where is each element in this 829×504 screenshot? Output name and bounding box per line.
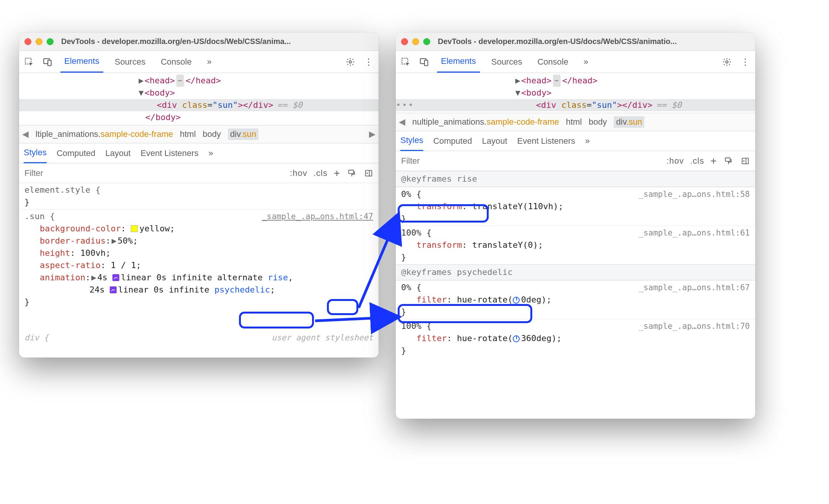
subtab-computed[interactable]: Computed — [433, 136, 472, 146]
tab-sources[interactable]: Sources — [111, 52, 150, 72]
keyframe-100[interactable]: _sample_.ap…ons.html:70 100% { filter: h… — [396, 319, 755, 358]
dom-tree[interactable]: ▶<head>⋯</head> ▼<body> ••• <div class="… — [396, 73, 755, 113]
prop-filter[interactable]: filter: hue-rotate(0deg); — [401, 294, 750, 306]
close-icon[interactable] — [24, 38, 31, 45]
keyframes-link-psychedelic[interactable]: psychedelic — [215, 285, 270, 294]
tab-more[interactable]: » — [580, 52, 592, 72]
dom-body-open[interactable]: ▼<body> — [19, 87, 379, 99]
keyframe-100[interactable]: _sample_.ap…ons.html:61 100% { transform… — [396, 226, 755, 264]
tab-sources[interactable]: Sources — [488, 52, 526, 72]
tab-elements[interactable]: Elements — [60, 51, 103, 73]
subtab-layout[interactable]: Layout — [482, 136, 507, 146]
filter-input[interactable] — [24, 166, 284, 180]
maximize-icon[interactable] — [47, 38, 54, 45]
keyframe-0[interactable]: _sample_.ap…ons.html:67 0% { filter: hue… — [396, 280, 755, 319]
maximize-icon[interactable] — [423, 38, 430, 45]
sidebar-toggle-icon[interactable] — [740, 156, 751, 166]
dom-body-open[interactable]: ▼<body> — [396, 87, 755, 99]
prop-animation-line2[interactable]: 24s linear 0s infinite psychedelic; — [24, 284, 373, 296]
ellipsis-icon[interactable]: ⋯ — [176, 75, 184, 87]
inspect-icon[interactable] — [24, 57, 34, 67]
subtab-layout[interactable]: Layout — [105, 148, 130, 158]
color-swatch[interactable] — [131, 225, 138, 232]
source-link[interactable]: _sample_.ap…ons.html:67 — [639, 281, 750, 294]
device-toggle-icon[interactable] — [42, 57, 53, 67]
breadcrumb-right[interactable]: ▶ — [369, 129, 375, 139]
kebab-icon[interactable]: ⋮ — [363, 57, 374, 67]
window-controls — [401, 38, 430, 45]
breadcrumb-divsun[interactable]: div.sun — [614, 116, 644, 128]
close-icon[interactable] — [401, 38, 408, 45]
prop-transform[interactable]: transform: translateY(0); — [401, 239, 750, 251]
tab-console[interactable]: Console — [157, 52, 195, 72]
device-toggle-icon[interactable] — [419, 57, 429, 67]
keyframes-header-rise[interactable]: @keyframes rise — [396, 171, 755, 187]
dom-body-close[interactable]: </body> — [19, 111, 379, 124]
breadcrumb-html[interactable]: html — [180, 129, 196, 139]
prop-background-color[interactable]: background-color: yellow; — [24, 223, 373, 235]
inspect-icon[interactable] — [400, 57, 411, 67]
cls-button[interactable]: .cls — [690, 156, 704, 166]
cls-button[interactable]: .cls — [314, 168, 328, 178]
subtab-listeners[interactable]: Event Listeners — [517, 136, 575, 146]
dom-head[interactable]: ▶<head>⋯</head> — [396, 75, 755, 87]
easing-icon[interactable] — [112, 274, 119, 281]
prop-animation[interactable]: animation:▶4s linear 0s infinite alterna… — [24, 272, 373, 284]
paint-icon[interactable] — [346, 168, 357, 179]
keyframes-link-rise[interactable]: rise — [268, 273, 288, 282]
source-link[interactable]: _sample_.ap…ons.html:70 — [639, 320, 750, 332]
dom-head[interactable]: ▶<head>⋯</head> — [19, 75, 379, 87]
breadcrumb-divsun[interactable]: div.sun — [228, 128, 258, 140]
rule-element-style[interactable]: element.style { } — [19, 183, 379, 209]
sidebar-toggle-icon[interactable] — [363, 168, 374, 179]
subtab-computed[interactable]: Computed — [57, 148, 96, 158]
tab-more[interactable]: » — [203, 52, 215, 72]
minimize-icon[interactable] — [412, 38, 419, 45]
paint-icon[interactable] — [723, 156, 734, 166]
row-actions-icon[interactable]: ••• — [396, 99, 414, 111]
angle-icon[interactable] — [513, 297, 520, 304]
easing-icon[interactable] — [110, 286, 117, 293]
dom-div-sun[interactable]: <div class="sun"></div> == $0 — [19, 99, 379, 111]
dom-div-sun[interactable]: ••• <div class="sun"></div> == $0 — [396, 99, 755, 111]
subtab-more[interactable]: » — [208, 148, 213, 158]
brace: } — [401, 213, 750, 225]
new-rule-button[interactable]: + — [334, 167, 340, 179]
keyframe-0[interactable]: _sample_.ap…ons.html:58 0% { transform: … — [396, 187, 755, 226]
expand-icon[interactable]: ▶ — [111, 235, 117, 247]
filter-input[interactable] — [400, 154, 660, 168]
angle-icon[interactable] — [513, 335, 520, 342]
ellipsis-icon[interactable]: ⋯ — [553, 75, 561, 87]
source-link[interactable]: _sample_.ap…ons.html:58 — [639, 188, 750, 200]
prop-aspect-ratio[interactable]: aspect-ratio: 1 / 1; — [24, 259, 373, 272]
breadcrumb-body[interactable]: body — [589, 117, 607, 127]
hov-button[interactable]: :hov — [666, 156, 684, 166]
breadcrumb-body[interactable]: body — [203, 129, 221, 139]
subtab-more[interactable]: » — [585, 136, 590, 146]
breadcrumb-frame[interactable]: nultiple_animations.sample-code-frame — [412, 117, 559, 127]
gear-icon[interactable] — [345, 57, 356, 67]
breadcrumb-left[interactable]: ◀ — [399, 117, 405, 127]
prop-height[interactable]: height: 100vh; — [24, 247, 373, 259]
subtab-styles[interactable]: Styles — [24, 143, 47, 163]
new-rule-button[interactable]: + — [710, 155, 717, 167]
prop-transform[interactable]: transform: translateY(110vh); — [401, 200, 750, 213]
dom-tree[interactable]: ▶<head>⋯</head> ▼<body> <div class="sun"… — [19, 73, 379, 125]
prop-border-radius[interactable]: border-radius:▶50%; — [24, 235, 373, 247]
expand-icon[interactable]: ▶ — [90, 272, 97, 284]
subtab-listeners[interactable]: Event Listeners — [141, 148, 199, 158]
subtab-styles[interactable]: Styles — [400, 131, 423, 151]
source-link[interactable]: _sample_.ap…ons.html:61 — [639, 227, 750, 239]
hov-button[interactable]: :hov — [290, 168, 307, 178]
prop-filter[interactable]: filter: hue-rotate(360deg); — [401, 332, 750, 345]
breadcrumb-left[interactable]: ◀ — [22, 129, 29, 139]
gear-icon[interactable] — [722, 57, 732, 67]
rule-sun[interactable]: _sample_.ap…ons.html:47 .sun { backgroun… — [19, 209, 379, 309]
minimize-icon[interactable] — [36, 38, 42, 45]
kebab-icon[interactable]: ⋮ — [740, 57, 751, 67]
keyframes-header-psychedelic[interactable]: @keyframes psychedelic — [396, 264, 755, 280]
tab-elements[interactable]: Elements — [437, 51, 480, 73]
tab-console[interactable]: Console — [533, 52, 572, 72]
breadcrumb-frame[interactable]: ltiple_animations.sample-code-frame — [36, 129, 173, 139]
breadcrumb-html[interactable]: html — [566, 117, 582, 127]
